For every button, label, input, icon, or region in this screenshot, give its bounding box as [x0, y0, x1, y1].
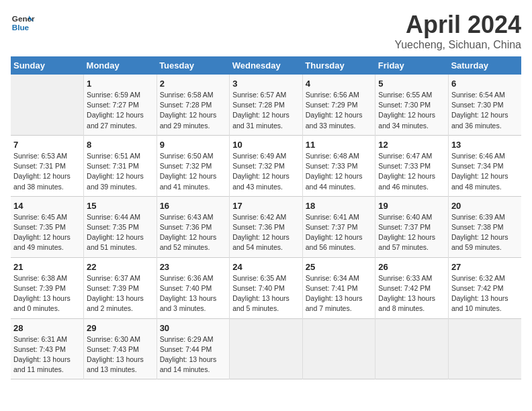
day-info: Sunrise: 6:31 AM Sunset: 7:43 PM Dayligh… [13, 334, 81, 375]
day-number: 15 [87, 201, 154, 211]
col-header-wednesday: Wednesday [230, 56, 303, 75]
day-number: 24 [232, 262, 300, 272]
day-cell: 2Sunrise: 6:58 AM Sunset: 7:28 PM Daylig… [157, 75, 230, 135]
day-cell: 24Sunrise: 6:35 AM Sunset: 7:40 PM Dayli… [230, 257, 303, 318]
col-header-friday: Friday [375, 56, 449, 75]
week-row-3: 21Sunrise: 6:38 AM Sunset: 7:39 PM Dayli… [11, 257, 521, 318]
day-number: 26 [378, 262, 445, 272]
day-cell: 21Sunrise: 6:38 AM Sunset: 7:39 PM Dayli… [11, 257, 84, 318]
day-number: 18 [306, 201, 373, 211]
day-cell: 4Sunrise: 6:56 AM Sunset: 7:29 PM Daylig… [302, 75, 375, 135]
day-number: 29 [87, 323, 154, 333]
day-info: Sunrise: 6:42 AM Sunset: 7:36 PM Dayligh… [232, 212, 300, 253]
day-info: Sunrise: 6:59 AM Sunset: 7:27 PM Dayligh… [87, 90, 154, 131]
day-info: Sunrise: 6:47 AM Sunset: 7:33 PM Dayligh… [378, 151, 445, 192]
week-row-1: 7Sunrise: 6:53 AM Sunset: 7:31 PM Daylig… [11, 135, 521, 196]
day-info: Sunrise: 6:45 AM Sunset: 7:35 PM Dayligh… [13, 212, 81, 253]
day-number: 28 [13, 323, 81, 333]
day-info: Sunrise: 6:49 AM Sunset: 7:32 PM Dayligh… [232, 151, 300, 192]
day-number: 30 [160, 323, 227, 333]
day-info: Sunrise: 6:57 AM Sunset: 7:28 PM Dayligh… [232, 90, 300, 131]
week-row-0: 1Sunrise: 6:59 AM Sunset: 7:27 PM Daylig… [11, 75, 521, 135]
day-info: Sunrise: 6:32 AM Sunset: 7:42 PM Dayligh… [451, 273, 519, 314]
col-header-tuesday: Tuesday [157, 56, 230, 75]
day-number: 2 [160, 79, 227, 89]
day-number: 14 [13, 201, 81, 211]
logo: General Blue [11, 11, 35, 35]
day-number: 3 [232, 79, 300, 89]
day-cell: 7Sunrise: 6:53 AM Sunset: 7:31 PM Daylig… [11, 135, 84, 196]
calendar-table: SundayMondayTuesdayWednesdayThursdayFrid… [11, 56, 521, 379]
location-title: Yuecheng, Sichuan, China [394, 39, 521, 51]
day-cell: 20Sunrise: 6:39 AM Sunset: 7:38 PM Dayli… [448, 196, 521, 257]
day-info: Sunrise: 6:36 AM Sunset: 7:40 PM Dayligh… [160, 273, 227, 314]
day-cell: 26Sunrise: 6:33 AM Sunset: 7:42 PM Dayli… [375, 257, 449, 318]
week-row-2: 14Sunrise: 6:45 AM Sunset: 7:35 PM Dayli… [11, 196, 521, 257]
day-number: 7 [13, 140, 81, 150]
day-cell [375, 318, 449, 379]
day-cell: 16Sunrise: 6:43 AM Sunset: 7:36 PM Dayli… [157, 196, 230, 257]
day-cell: 11Sunrise: 6:48 AM Sunset: 7:33 PM Dayli… [302, 135, 375, 196]
logo-icon: General Blue [11, 11, 35, 35]
day-info: Sunrise: 6:53 AM Sunset: 7:31 PM Dayligh… [13, 151, 81, 192]
day-cell: 17Sunrise: 6:42 AM Sunset: 7:36 PM Dayli… [230, 196, 303, 257]
day-cell: 8Sunrise: 6:51 AM Sunset: 7:31 PM Daylig… [84, 135, 157, 196]
day-number: 25 [306, 262, 373, 272]
day-number: 8 [87, 140, 154, 150]
day-cell: 30Sunrise: 6:29 AM Sunset: 7:44 PM Dayli… [157, 318, 230, 379]
day-number: 20 [451, 201, 519, 211]
col-header-saturday: Saturday [448, 56, 521, 75]
svg-text:Blue: Blue [12, 23, 30, 32]
day-number: 9 [160, 140, 227, 150]
day-info: Sunrise: 6:50 AM Sunset: 7:32 PM Dayligh… [160, 151, 227, 192]
col-header-monday: Monday [84, 56, 157, 75]
day-info: Sunrise: 6:34 AM Sunset: 7:41 PM Dayligh… [306, 273, 373, 314]
day-cell: 12Sunrise: 6:47 AM Sunset: 7:33 PM Dayli… [375, 135, 449, 196]
day-cell: 18Sunrise: 6:41 AM Sunset: 7:37 PM Dayli… [302, 196, 375, 257]
header-row: SundayMondayTuesdayWednesdayThursdayFrid… [11, 56, 521, 75]
day-cell: 3Sunrise: 6:57 AM Sunset: 7:28 PM Daylig… [230, 75, 303, 135]
day-number: 13 [451, 140, 519, 150]
day-info: Sunrise: 6:30 AM Sunset: 7:43 PM Dayligh… [87, 334, 154, 375]
day-cell: 10Sunrise: 6:49 AM Sunset: 7:32 PM Dayli… [230, 135, 303, 196]
day-number: 21 [13, 262, 81, 272]
svg-text:General: General [12, 14, 35, 23]
day-number: 17 [232, 201, 300, 211]
day-cell: 13Sunrise: 6:46 AM Sunset: 7:34 PM Dayli… [448, 135, 521, 196]
day-cell: 14Sunrise: 6:45 AM Sunset: 7:35 PM Dayli… [11, 196, 84, 257]
day-info: Sunrise: 6:44 AM Sunset: 7:35 PM Dayligh… [87, 212, 154, 253]
day-cell [448, 318, 521, 379]
day-cell: 27Sunrise: 6:32 AM Sunset: 7:42 PM Dayli… [448, 257, 521, 318]
col-header-sunday: Sunday [11, 56, 84, 75]
day-cell: 6Sunrise: 6:54 AM Sunset: 7:30 PM Daylig… [448, 75, 521, 135]
day-cell: 5Sunrise: 6:55 AM Sunset: 7:30 PM Daylig… [375, 75, 449, 135]
day-number: 27 [451, 262, 519, 272]
header: General Blue April 2024 Yuecheng, Sichua… [11, 11, 521, 51]
day-info: Sunrise: 6:55 AM Sunset: 7:30 PM Dayligh… [378, 90, 445, 131]
day-cell: 19Sunrise: 6:40 AM Sunset: 7:37 PM Dayli… [375, 196, 449, 257]
day-number: 16 [160, 201, 227, 211]
day-number: 23 [160, 262, 227, 272]
day-info: Sunrise: 6:48 AM Sunset: 7:33 PM Dayligh… [306, 151, 373, 192]
day-number: 10 [232, 140, 300, 150]
day-info: Sunrise: 6:39 AM Sunset: 7:38 PM Dayligh… [451, 212, 519, 253]
week-row-4: 28Sunrise: 6:31 AM Sunset: 7:43 PM Dayli… [11, 318, 521, 379]
day-cell: 29Sunrise: 6:30 AM Sunset: 7:43 PM Dayli… [84, 318, 157, 379]
day-cell [230, 318, 303, 379]
day-cell: 25Sunrise: 6:34 AM Sunset: 7:41 PM Dayli… [302, 257, 375, 318]
day-number: 1 [87, 79, 154, 89]
day-info: Sunrise: 6:58 AM Sunset: 7:28 PM Dayligh… [160, 90, 227, 131]
day-number: 4 [306, 79, 373, 89]
day-info: Sunrise: 6:33 AM Sunset: 7:42 PM Dayligh… [378, 273, 445, 314]
day-cell: 28Sunrise: 6:31 AM Sunset: 7:43 PM Dayli… [11, 318, 84, 379]
day-number: 19 [378, 201, 445, 211]
day-info: Sunrise: 6:29 AM Sunset: 7:44 PM Dayligh… [160, 334, 227, 375]
day-info: Sunrise: 6:38 AM Sunset: 7:39 PM Dayligh… [13, 273, 81, 314]
day-info: Sunrise: 6:46 AM Sunset: 7:34 PM Dayligh… [451, 151, 519, 192]
day-number: 12 [378, 140, 445, 150]
day-cell [302, 318, 375, 379]
day-cell: 22Sunrise: 6:37 AM Sunset: 7:39 PM Dayli… [84, 257, 157, 318]
day-number: 11 [306, 140, 373, 150]
day-cell: 23Sunrise: 6:36 AM Sunset: 7:40 PM Dayli… [157, 257, 230, 318]
day-info: Sunrise: 6:37 AM Sunset: 7:39 PM Dayligh… [87, 273, 154, 314]
